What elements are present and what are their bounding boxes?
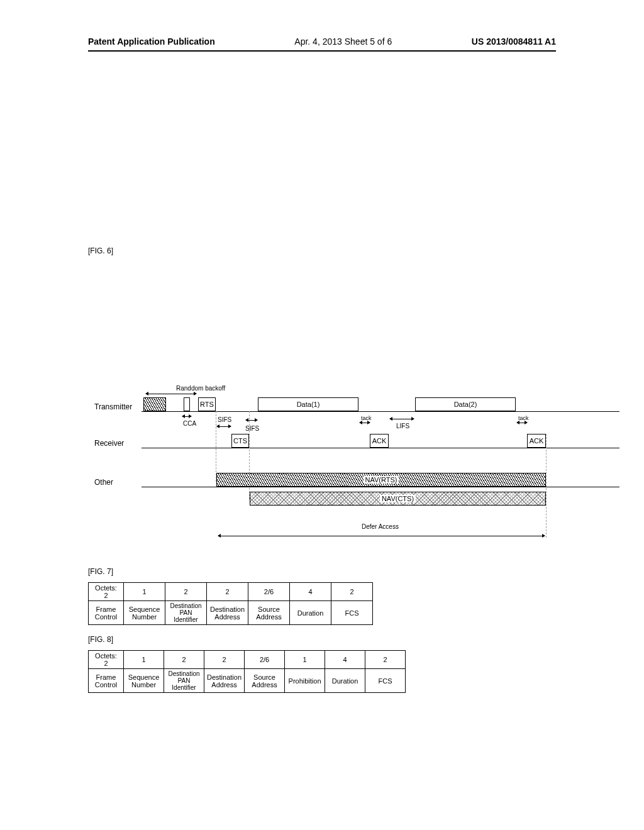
sifs2-label: SIFS — [245, 425, 259, 432]
data1-block: Data(1) — [258, 397, 358, 411]
fig7-octets-label: Octets: — [95, 584, 117, 592]
fig8-f7: FCS — [365, 669, 406, 693]
fig7-f2: Destination PAN Identifier — [165, 601, 207, 625]
sifs2-arrow — [246, 420, 257, 421]
fig7-f3: Destination Address — [207, 601, 248, 625]
guide-rts — [216, 411, 216, 482]
navcts-text: NAV(CTS) — [380, 495, 416, 502]
lifs-label: LIFS — [396, 423, 409, 429]
navrts-text: NAV(RTS) — [364, 476, 399, 484]
fig8-f2: Destination PAN Identifier — [164, 669, 204, 693]
cca-block — [184, 397, 190, 411]
fig7-oct5: 4 — [290, 583, 331, 601]
header-center: Apr. 4, 2013 Sheet 5 of 6 — [294, 36, 392, 47]
fig8-label: [FIG. 8] — [88, 635, 556, 644]
lifs-arrow — [390, 419, 414, 419]
other-line — [142, 487, 619, 487]
fig8-oct5: 1 — [285, 651, 325, 669]
backoff-block — [143, 397, 166, 411]
other-label: Other — [94, 478, 113, 487]
fig7-f6: FCS — [331, 601, 373, 625]
fig8-oct6: 4 — [325, 651, 365, 669]
fig8-f4: Source Address — [245, 669, 285, 693]
defer-arrow — [218, 536, 545, 536]
fig8-f5: Prohibition — [285, 669, 325, 693]
sifs1-label: SIFS — [218, 416, 231, 423]
page-header: Patent Application Publication Apr. 4, 2… — [0, 0, 644, 47]
backoff-arrow — [146, 394, 196, 394]
fig6-diagram: Randdom backoff Transmitter RTS Data(1) … — [94, 394, 610, 557]
fig7-f5: Duration — [290, 601, 331, 625]
receiver-line — [142, 448, 619, 448]
fig8-oct3: 2 — [204, 651, 245, 669]
cts-block: CTS — [231, 434, 249, 448]
fig8-f6: Duration — [325, 669, 365, 693]
header-left: Patent Application Publication — [88, 36, 215, 47]
navcts-block: NAV(CTS) — [250, 492, 546, 506]
backoff-label: Randdom backoff — [176, 385, 225, 392]
fig8-oct4: 2/6 — [245, 651, 285, 669]
rts-block: RTS — [198, 397, 216, 411]
fig7-table: Octets:2 1 2 2 2/6 4 2 Frame Control Seq… — [88, 582, 373, 625]
receiver-label: Receiver — [94, 439, 124, 448]
fig8-f1: Sequence Number — [124, 669, 164, 693]
fig7-oct4: 2/6 — [248, 583, 290, 601]
defer-label: Defer Access — [362, 523, 399, 530]
ack2-block: ACK — [527, 434, 546, 448]
fig7-f4: Source Address — [248, 601, 290, 625]
fig7-oct2: 2 — [165, 583, 207, 601]
sifs1-arrow — [217, 426, 231, 427]
header-divider — [88, 50, 556, 52]
fig7-oct1: 1 — [124, 583, 165, 601]
fig7-f0: Frame Control — [89, 601, 124, 625]
tack1-arrow — [360, 423, 370, 423]
fig7-oct3: 2 — [207, 583, 248, 601]
fig8-oct0: 2 — [104, 660, 108, 667]
tack2-arrow — [517, 423, 527, 423]
data2-block: Data(2) — [415, 397, 516, 411]
transmitter-label: Transmitter — [94, 402, 132, 411]
fig7-label: [FIG. 7] — [88, 567, 556, 576]
fig8-table: Octets:2 1 2 2 2/6 1 4 2 Frame Control S… — [88, 650, 406, 693]
fig8-oct7: 2 — [365, 651, 406, 669]
fig7-oct0: 2 — [104, 592, 108, 599]
cca-arrow — [182, 416, 191, 417]
fig8-octets-label: Octets: — [95, 652, 117, 660]
fig8-oct2: 2 — [164, 651, 204, 669]
fig8-oct1: 1 — [124, 651, 164, 669]
fig8-f3: Destination Address — [204, 669, 245, 693]
navrts-block: NAV(RTS) — [216, 473, 546, 487]
cca-label: CCA — [183, 420, 196, 427]
ack1-block: ACK — [370, 434, 389, 448]
header-right: US 2013/0084811 A1 — [472, 36, 556, 47]
fig7-oct6: 2 — [331, 583, 373, 601]
fig8-f0: Frame Control — [89, 669, 124, 693]
fig7-f1: Sequence Number — [124, 601, 165, 625]
transmitter-line — [142, 411, 619, 412]
fig6-label: [FIG. 6] — [88, 246, 556, 255]
guide-end — [546, 434, 547, 538]
